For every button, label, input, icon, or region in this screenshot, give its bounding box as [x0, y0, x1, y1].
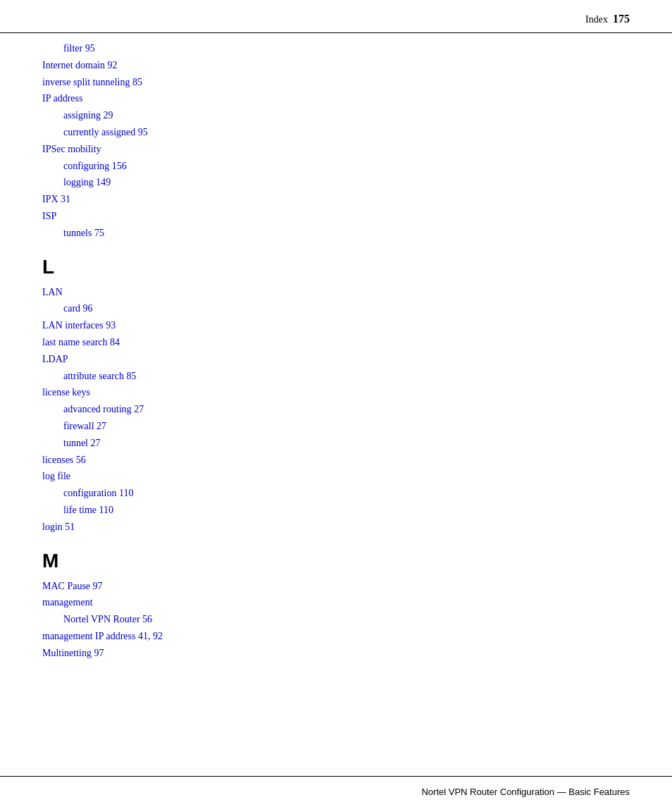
page-container: Index 175 filter 95Internet domain 92inv… [0, 0, 672, 807]
index-entry: assigning 29 [42, 107, 630, 124]
sub-entry-text: configuring 156 [42, 161, 127, 171]
index-entry: licenses 56 [42, 452, 630, 469]
index-entry: card 96 [42, 300, 630, 317]
index-entry: configuring 156 [42, 158, 630, 175]
sub-entry-text: tunnels 75 [42, 228, 104, 238]
main-entry-text: management [42, 597, 93, 608]
footer-text: Nortel VPN Router Configuration — Basic … [421, 787, 630, 797]
sub-entry-text: assigning 29 [42, 110, 113, 121]
index-entry: Internet domain 92 [42, 57, 630, 74]
index-entry: last name search 84 [42, 334, 630, 351]
section-letter-m: M [42, 550, 630, 572]
index-section-2: MMAC Pause 97managementNortel VPN Router… [42, 550, 630, 662]
section-letter-l: L [42, 256, 630, 278]
index-entry: life time 110 [42, 502, 630, 519]
main-entry-text: MAC Pause 97 [42, 581, 103, 591]
index-entry: tunnels 75 [42, 225, 630, 242]
sub-entry-text: firewall 27 [42, 421, 106, 431]
index-entry: LDAP [42, 351, 630, 368]
index-section-1: LLANcard 96LAN interfaces 93last name se… [42, 256, 630, 536]
main-entry-text: LDAP [42, 354, 68, 364]
sub-entry-text: configuration 110 [42, 488, 133, 498]
index-entry: currently assigned 95 [42, 124, 630, 141]
index-entry: management IP address 41, 92 [42, 628, 630, 645]
index-entry: LAN interfaces 93 [42, 317, 630, 334]
index-entry: Multinetting 97 [42, 645, 630, 662]
index-entry: advanced routing 27 [42, 401, 630, 418]
main-entry-text: IP address [42, 93, 82, 104]
main-entry-text: inverse split tunneling 85 [42, 77, 142, 87]
index-section-0: filter 95Internet domain 92inverse split… [42, 40, 630, 242]
main-entry-text: last name search 84 [42, 337, 120, 347]
index-entry: attribute search 85 [42, 368, 630, 385]
main-entry-text: licenses 56 [42, 455, 86, 465]
index-entry: inverse split tunneling 85 [42, 74, 630, 91]
main-entry-text: IPX 31 [42, 194, 70, 204]
header-label: Index 175 [585, 13, 630, 25]
index-entry: tunnel 27 [42, 435, 630, 452]
index-entry: login 51 [42, 519, 630, 536]
index-entry: ISP [42, 208, 630, 225]
page-header: Index 175 [0, 0, 672, 33]
sub-entry-text: tunnel 27 [42, 438, 101, 448]
index-entry: IPX 31 [42, 191, 630, 208]
sub-entry-text: logging 149 [42, 177, 111, 187]
main-entry-text: ISP [42, 211, 56, 221]
index-sections: filter 95Internet domain 92inverse split… [42, 40, 630, 662]
index-entry: Nortel VPN Router 56 [42, 611, 630, 628]
index-entry: log file [42, 468, 630, 485]
sub-entry-text: filter 95 [42, 43, 95, 54]
main-entry-text: IPSec mobility [42, 144, 101, 154]
index-entry: filter 95 [42, 40, 630, 57]
sub-entry-text: card 96 [42, 303, 93, 314]
sub-entry-text: advanced routing 27 [42, 404, 144, 414]
main-entry-text: license keys [42, 387, 90, 398]
main-entry-text: Multinetting 97 [42, 648, 104, 658]
main-entry-text: login 51 [42, 522, 75, 532]
index-entry: configuration 110 [42, 485, 630, 502]
main-entry-text: management IP address 41, 92 [42, 631, 163, 641]
main-entry-text: LAN interfaces 93 [42, 320, 116, 331]
index-entry: IP address [42, 90, 630, 107]
content-area: filter 95Internet domain 92inverse split… [0, 33, 672, 676]
main-entry-text: log file [42, 471, 70, 481]
sub-entry-text: attribute search 85 [42, 371, 136, 381]
index-entry: firewall 27 [42, 418, 630, 435]
index-entry: logging 149 [42, 174, 630, 191]
main-entry-text: Internet domain 92 [42, 60, 118, 70]
sub-entry-text: life time 110 [42, 505, 113, 515]
index-entry: IPSec mobility [42, 141, 630, 158]
sub-entry-text: Nortel VPN Router 56 [42, 614, 152, 624]
index-entry: license keys [42, 384, 630, 401]
main-entry-text: LAN [42, 287, 63, 297]
index-entry: management [42, 594, 630, 611]
page-footer: Nortel VPN Router Configuration — Basic … [0, 776, 672, 807]
index-entry: MAC Pause 97 [42, 578, 630, 595]
sub-entry-text: currently assigned 95 [42, 127, 148, 137]
index-entry: LAN [42, 284, 630, 301]
